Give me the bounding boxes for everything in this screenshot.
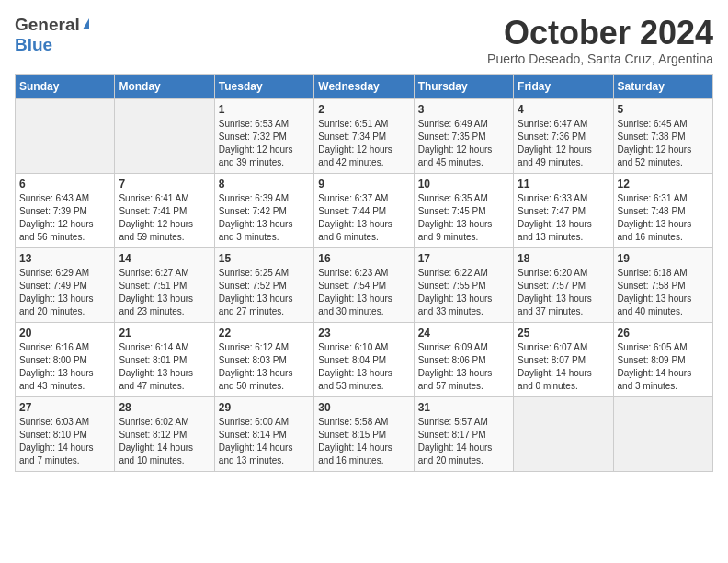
- calendar-cell: 24Sunrise: 6:09 AMSunset: 8:06 PMDayligh…: [414, 322, 513, 396]
- calendar-cell: 21Sunrise: 6:14 AMSunset: 8:01 PMDayligh…: [115, 322, 214, 396]
- calendar-cell: [16, 98, 115, 173]
- calendar-cell: 16Sunrise: 6:23 AMSunset: 7:54 PMDayligh…: [314, 247, 414, 322]
- day-number: 29: [219, 401, 310, 414]
- day-number: 18: [518, 252, 609, 265]
- day-number: 14: [119, 252, 210, 265]
- cell-content: Sunrise: 6:16 AMSunset: 8:00 PMDaylight:…: [19, 341, 110, 393]
- cell-content: Sunrise: 5:58 AMSunset: 8:15 PMDaylight:…: [318, 416, 409, 467]
- calendar-cell: 25Sunrise: 6:07 AMSunset: 8:07 PMDayligh…: [514, 322, 613, 396]
- day-number: 6: [19, 178, 110, 190]
- cell-content: Sunrise: 6:39 AMSunset: 7:42 PMDaylight:…: [219, 192, 310, 244]
- day-number: 21: [119, 327, 210, 339]
- page-header: General Blue October 2024 Puerto Deseado…: [15, 15, 713, 66]
- day-number: 1: [219, 103, 310, 116]
- cell-content: Sunrise: 6:43 AMSunset: 7:39 PMDaylight:…: [19, 192, 110, 244]
- cell-content: Sunrise: 6:25 AMSunset: 7:52 PMDaylight:…: [219, 267, 310, 318]
- cell-content: Sunrise: 6:51 AMSunset: 7:34 PMDaylight:…: [318, 118, 409, 169]
- cell-content: Sunrise: 6:05 AMSunset: 8:09 PMDaylight:…: [618, 341, 709, 393]
- day-number: 23: [318, 327, 409, 339]
- calendar-cell: 3Sunrise: 6:49 AMSunset: 7:35 PMDaylight…: [414, 98, 513, 173]
- cell-content: Sunrise: 6:00 AMSunset: 8:14 PMDaylight:…: [219, 416, 310, 467]
- cell-content: Sunrise: 6:12 AMSunset: 8:03 PMDaylight:…: [219, 341, 310, 393]
- cell-content: Sunrise: 6:22 AMSunset: 7:55 PMDaylight:…: [418, 267, 509, 318]
- day-number: 8: [219, 178, 310, 190]
- cell-content: Sunrise: 6:09 AMSunset: 8:06 PMDaylight:…: [418, 341, 509, 393]
- calendar-cell: 8Sunrise: 6:39 AMSunset: 7:42 PMDaylight…: [214, 173, 313, 247]
- calendar-cell: 2Sunrise: 6:51 AMSunset: 7:34 PMDaylight…: [314, 98, 414, 173]
- calendar-cell: 18Sunrise: 6:20 AMSunset: 7:57 PMDayligh…: [514, 247, 613, 322]
- day-number: 31: [418, 401, 509, 414]
- day-number: 26: [618, 327, 709, 339]
- calendar-cell: 14Sunrise: 6:27 AMSunset: 7:51 PMDayligh…: [115, 247, 214, 322]
- cell-content: Sunrise: 6:03 AMSunset: 8:10 PMDaylight:…: [19, 416, 110, 467]
- calendar-table: SundayMondayTuesdayWednesdayThursdayFrid…: [15, 74, 713, 472]
- day-number: 3: [418, 103, 509, 116]
- day-number: 17: [418, 252, 509, 265]
- calendar-cell: 4Sunrise: 6:47 AMSunset: 7:36 PMDaylight…: [514, 98, 613, 173]
- day-number: 20: [19, 327, 110, 339]
- cell-content: Sunrise: 6:27 AMSunset: 7:51 PMDaylight:…: [119, 267, 210, 318]
- day-number: 12: [618, 178, 709, 190]
- day-number: 9: [318, 178, 409, 190]
- weekday-header: Wednesday: [314, 74, 414, 98]
- day-number: 13: [19, 252, 110, 265]
- day-number: 2: [318, 103, 409, 116]
- calendar-cell: 7Sunrise: 6:41 AMSunset: 7:41 PMDaylight…: [115, 173, 214, 247]
- calendar-cell: 17Sunrise: 6:22 AMSunset: 7:55 PMDayligh…: [414, 247, 513, 322]
- cell-content: Sunrise: 6:33 AMSunset: 7:47 PMDaylight:…: [518, 192, 609, 244]
- calendar-cell: 12Sunrise: 6:31 AMSunset: 7:48 PMDayligh…: [613, 173, 712, 247]
- calendar-cell: [115, 98, 214, 173]
- day-number: 25: [518, 327, 609, 339]
- calendar-week-row: 13Sunrise: 6:29 AMSunset: 7:49 PMDayligh…: [16, 247, 713, 322]
- cell-content: Sunrise: 6:07 AMSunset: 8:07 PMDaylight:…: [518, 341, 609, 393]
- day-number: 22: [219, 327, 310, 339]
- calendar-week-row: 27Sunrise: 6:03 AMSunset: 8:10 PMDayligh…: [16, 396, 713, 471]
- day-number: 11: [518, 178, 609, 190]
- day-number: 19: [618, 252, 709, 265]
- title-block: October 2024 Puerto Deseado, Santa Cruz,…: [487, 15, 713, 66]
- calendar-cell: 10Sunrise: 6:35 AMSunset: 7:45 PMDayligh…: [414, 173, 513, 247]
- cell-content: Sunrise: 6:41 AMSunset: 7:41 PMDaylight:…: [119, 192, 210, 244]
- cell-content: Sunrise: 6:02 AMSunset: 8:12 PMDaylight:…: [119, 416, 210, 467]
- cell-content: Sunrise: 6:18 AMSunset: 7:58 PMDaylight:…: [618, 267, 709, 318]
- weekday-header: Thursday: [414, 74, 513, 98]
- weekday-header: Friday: [514, 74, 613, 98]
- cell-content: Sunrise: 6:53 AMSunset: 7:32 PMDaylight:…: [219, 118, 310, 169]
- day-number: 5: [618, 103, 709, 116]
- weekday-header: Monday: [115, 74, 214, 98]
- calendar-cell: 30Sunrise: 5:58 AMSunset: 8:15 PMDayligh…: [314, 396, 414, 471]
- calendar-cell: 15Sunrise: 6:25 AMSunset: 7:52 PMDayligh…: [214, 247, 313, 322]
- calendar-week-row: 1Sunrise: 6:53 AMSunset: 7:32 PMDaylight…: [16, 98, 713, 173]
- cell-content: Sunrise: 6:29 AMSunset: 7:49 PMDaylight:…: [19, 267, 110, 318]
- calendar-cell: 19Sunrise: 6:18 AMSunset: 7:58 PMDayligh…: [613, 247, 712, 322]
- calendar-cell: 23Sunrise: 6:10 AMSunset: 8:04 PMDayligh…: [314, 322, 414, 396]
- cell-content: Sunrise: 5:57 AMSunset: 8:17 PMDaylight:…: [418, 416, 509, 467]
- calendar-cell: [514, 396, 613, 471]
- logo-blue: Blue: [15, 35, 52, 54]
- calendar-cell: 26Sunrise: 6:05 AMSunset: 8:09 PMDayligh…: [613, 322, 712, 396]
- cell-content: Sunrise: 6:49 AMSunset: 7:35 PMDaylight:…: [418, 118, 509, 169]
- day-number: 28: [119, 401, 210, 414]
- day-number: 10: [418, 178, 509, 190]
- calendar-cell: 29Sunrise: 6:00 AMSunset: 8:14 PMDayligh…: [214, 396, 313, 471]
- weekday-header: Tuesday: [214, 74, 313, 98]
- calendar-cell: 27Sunrise: 6:03 AMSunset: 8:10 PMDayligh…: [16, 396, 115, 471]
- calendar-cell: 20Sunrise: 6:16 AMSunset: 8:00 PMDayligh…: [16, 322, 115, 396]
- cell-content: Sunrise: 6:23 AMSunset: 7:54 PMDaylight:…: [318, 267, 409, 318]
- calendar-cell: 1Sunrise: 6:53 AMSunset: 7:32 PMDaylight…: [214, 98, 313, 173]
- weekday-header: Sunday: [16, 74, 115, 98]
- calendar-week-row: 20Sunrise: 6:16 AMSunset: 8:00 PMDayligh…: [16, 322, 713, 396]
- cell-content: Sunrise: 6:35 AMSunset: 7:45 PMDaylight:…: [418, 192, 509, 244]
- cell-content: Sunrise: 6:37 AMSunset: 7:44 PMDaylight:…: [318, 192, 409, 244]
- day-number: 15: [219, 252, 310, 265]
- cell-content: Sunrise: 6:45 AMSunset: 7:38 PMDaylight:…: [618, 118, 709, 169]
- day-number: 24: [418, 327, 509, 339]
- calendar-cell: 9Sunrise: 6:37 AMSunset: 7:44 PMDaylight…: [314, 173, 414, 247]
- day-number: 30: [318, 401, 409, 414]
- day-number: 27: [19, 401, 110, 414]
- cell-content: Sunrise: 6:14 AMSunset: 8:01 PMDaylight:…: [119, 341, 210, 393]
- location: Puerto Deseado, Santa Cruz, Argentina: [487, 52, 713, 66]
- calendar-cell: 6Sunrise: 6:43 AMSunset: 7:39 PMDaylight…: [16, 173, 115, 247]
- cell-content: Sunrise: 6:10 AMSunset: 8:04 PMDaylight:…: [318, 341, 409, 393]
- cell-content: Sunrise: 6:47 AMSunset: 7:36 PMDaylight:…: [518, 118, 609, 169]
